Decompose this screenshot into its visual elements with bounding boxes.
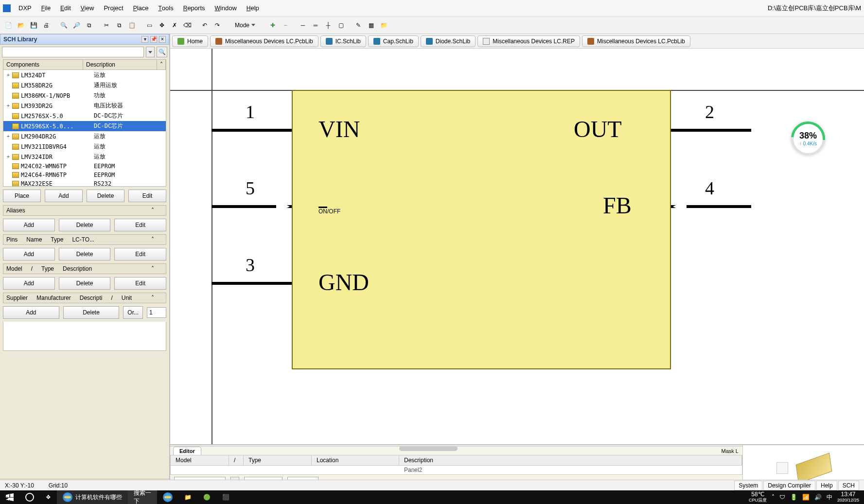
supplier-add-button[interactable]: Add — [3, 306, 59, 319]
preview-tool-icon[interactable] — [776, 462, 788, 474]
new-icon[interactable]: 📄 — [3, 20, 14, 31]
tray-clock[interactable]: 13:472020/12/25 — [837, 491, 859, 503]
project-menu[interactable]: Project — [99, 2, 128, 14]
doc-tab-pcblib1[interactable]: Miscellaneous Devices LC.PcbLib — [210, 35, 318, 47]
redo-icon[interactable]: ↷ — [212, 20, 223, 31]
col-model[interactable]: Model — [171, 455, 229, 465]
add-part-icon[interactable]: ✚ — [267, 20, 278, 31]
mask-label[interactable]: Mask L — [718, 447, 742, 455]
col-scroll-up[interactable]: ˄ — [157, 60, 166, 70]
pencil-icon[interactable]: ✎ — [353, 20, 364, 31]
view-menu[interactable]: View — [76, 2, 99, 14]
tray-ime[interactable]: 中 — [827, 493, 832, 502]
reports-menu[interactable]: Reports — [178, 2, 210, 14]
taskbar-app2[interactable]: ⬛ — [216, 490, 235, 504]
zoom-in-icon[interactable]: 🔍 — [58, 20, 69, 31]
aliases-delete-button[interactable]: Delete — [59, 219, 111, 231]
tray-volume-icon[interactable]: 🔊 — [814, 494, 822, 501]
edit-menu[interactable]: Edit — [55, 2, 76, 14]
help-menu[interactable]: Help — [242, 2, 264, 14]
print-icon[interactable]: 🖨 — [41, 20, 52, 31]
col-components[interactable]: Components — [3, 60, 83, 70]
component-row[interactable]: LM2596SX-5.0...DC-DC芯片 — [3, 121, 166, 131]
status-design-compiler[interactable]: Design Compiler — [763, 481, 815, 490]
edit-button[interactable]: Edit — [128, 190, 166, 202]
pins-edit-button[interactable]: Edit — [114, 248, 166, 261]
status-system[interactable]: System — [734, 481, 762, 490]
component-row[interactable]: LM2576SX-5.0DC-DC芯片 — [3, 111, 166, 121]
col-desc[interactable]: Description — [399, 455, 742, 465]
remove-part-icon[interactable]: − — [280, 20, 291, 31]
col-location[interactable]: Location — [312, 455, 399, 465]
tray-battery-icon[interactable]: 🔋 — [790, 494, 797, 501]
doc-tab-cap[interactable]: Cap.SchLib — [368, 35, 419, 47]
status-help[interactable]: Help — [816, 481, 837, 490]
component-row[interactable]: LMV321IDBVRG4运放 — [3, 141, 166, 152]
save-icon[interactable]: 💾 — [28, 20, 39, 31]
file-menu[interactable]: File — [36, 2, 55, 14]
mode-dropdown[interactable]: Mode — [229, 20, 261, 30]
move-icon[interactable]: ✥ — [157, 20, 167, 31]
doc-tab-home[interactable]: Home — [172, 35, 208, 47]
paste-icon[interactable]: 📋 — [126, 20, 137, 31]
model-edit-button[interactable]: Edit — [114, 277, 166, 290]
bus-icon[interactable]: ═ — [310, 20, 321, 31]
open-icon[interactable]: 📂 — [16, 20, 26, 31]
copy-icon[interactable]: ⧉ — [114, 20, 124, 31]
panel-pin-icon[interactable]: 📌 — [150, 36, 157, 43]
status-sch[interactable]: SCH — [838, 481, 859, 490]
panel-dropdown-icon[interactable]: ▾ — [141, 36, 148, 43]
dxp-menu[interactable]: DXP — [14, 2, 36, 14]
expand-icon[interactable]: + — [4, 72, 12, 78]
aliases-add-button[interactable]: Add — [3, 219, 55, 231]
tray-chevron-icon[interactable]: ˄ — [772, 494, 775, 501]
supplier-or-button[interactable]: Or... — [123, 306, 143, 319]
place-button[interactable]: Place — [3, 190, 41, 202]
cut-icon[interactable]: ✂ — [101, 20, 112, 31]
component-row[interactable]: LM386MX-1/NOPB功放 — [3, 90, 166, 101]
search-icon[interactable]: 🔍 — [157, 47, 167, 57]
doc-tab-rep[interactable]: Miscellaneous Devices LC.REP — [477, 35, 580, 47]
select-icon[interactable]: ▭ — [144, 20, 155, 31]
taskbar-ie2[interactable] — [157, 490, 178, 504]
add-button[interactable]: Add — [45, 190, 83, 202]
model-delete-button[interactable]: Delete — [59, 277, 111, 290]
filter-dropdown[interactable] — [146, 47, 155, 57]
taskbar-app1[interactable]: 🟢 — [197, 490, 216, 504]
doc-tab-pcblib2[interactable]: Miscellaneous Devices LC.PcbLib — [582, 35, 690, 47]
expand-icon[interactable]: + — [4, 134, 12, 139]
panel-close-icon[interactable]: × — [159, 36, 166, 43]
taskbar-ie[interactable]: 计算机软件有哪些 — [57, 490, 128, 504]
horizontal-scrollbar[interactable] — [170, 445, 742, 447]
expand-icon[interactable]: + — [4, 154, 12, 159]
col-description[interactable]: Description — [83, 60, 157, 70]
deselect-icon[interactable]: ✗ — [169, 20, 180, 31]
pins-add-button[interactable]: Add — [3, 248, 55, 261]
col-sort[interactable]: / — [229, 455, 244, 465]
component-row[interactable]: LM358DR2G通用运放 — [3, 80, 166, 90]
doc-tab-ic[interactable]: IC.SchLib — [320, 35, 366, 47]
folder-icon[interactable]: 📁 — [378, 20, 389, 31]
editor-tab[interactable]: Editor — [173, 447, 201, 455]
zoom-fit-icon[interactable]: ⧉ — [84, 20, 94, 31]
grid-icon[interactable]: ▦ — [366, 20, 376, 31]
component-row[interactable]: +LM2904DR2G运放 — [3, 131, 166, 141]
tray-security-icon[interactable]: 🛡 — [779, 494, 785, 501]
tray-wifi-icon[interactable]: 📶 — [802, 494, 810, 501]
component-filter-input[interactable] — [2, 47, 144, 57]
component-row[interactable]: M24C02-WMN6TPEEPROM — [3, 162, 166, 171]
components-grid[interactable]: +LM324DT运放LM358DR2G通用运放LM386MX-1/NOPB功放+… — [3, 70, 166, 187]
delete-button[interactable]: Delete — [87, 190, 124, 202]
task-view[interactable]: ❖ — [40, 490, 57, 504]
place-menu[interactable]: Place — [128, 2, 154, 14]
taskbar-search-box[interactable]: 搜索一下 — [128, 490, 157, 504]
net-icon[interactable]: ┼ — [323, 20, 334, 31]
schematic-canvas[interactable]: 1 VIN 5 ON/OFF 3 GND 2 OUT 4 FB — [170, 49, 864, 444]
supplier-delete-button[interactable]: Delete — [63, 306, 120, 319]
taskbar-explorer[interactable]: 📁 — [178, 490, 197, 504]
window-menu[interactable]: Window — [210, 2, 242, 14]
col-type[interactable]: Type — [244, 455, 312, 465]
clear-icon[interactable]: ⌫ — [182, 20, 193, 31]
pins-delete-button[interactable]: Delete — [59, 248, 111, 261]
component-row[interactable]: +LM324DT运放 — [3, 70, 166, 80]
